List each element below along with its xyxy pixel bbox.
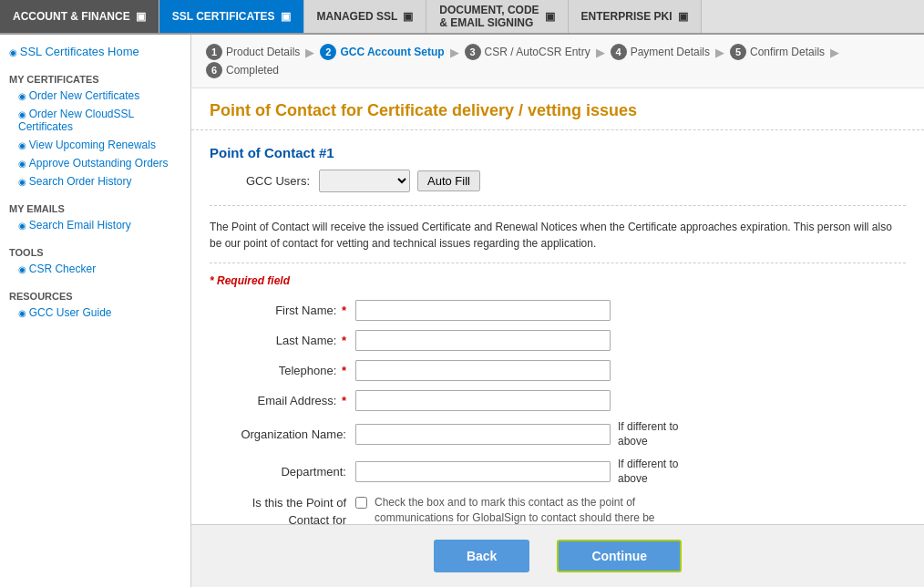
step-3-num: 3 (465, 44, 481, 60)
main-wrapper: 1 Product Details ▶ 2 GCC Account Setup … (191, 35, 924, 587)
top-nav: ACCOUNT & FINANCE ▣ SSL CERTIFICATES ▣ M… (0, 0, 924, 35)
poc-checkbox[interactable] (355, 497, 367, 509)
step-6-num: 6 (206, 62, 222, 78)
nav-account-finance-label: ACCOUNT & FINANCE (13, 10, 130, 23)
poc-checkbox-desc: Check the box and to mark this contact a… (375, 495, 657, 524)
sidebar-order-cloudssl[interactable]: Order New CloudSSL Certificates (0, 105, 190, 136)
poc-checkbox-row: Is this the Point of Contact for communi… (210, 495, 906, 524)
step-1-num: 1 (206, 44, 222, 60)
page-title: Point of Contact for Certificate deliver… (191, 88, 924, 130)
sidebar-search-email[interactable]: Search Email History (0, 216, 190, 234)
telephone-row: Telephone: * (210, 360, 906, 381)
telephone-label: Telephone: * (210, 364, 355, 377)
department-label: Department: (210, 465, 355, 479)
step-sep-4: ▶ (712, 46, 728, 59)
step-6: 6 Completed (206, 62, 279, 78)
sidebar-view-renewals[interactable]: View Upcoming Renewals (0, 136, 190, 154)
gcc-users-label: GCC Users: (210, 174, 319, 188)
continue-button[interactable]: Continue (557, 540, 682, 572)
first-name-label: First Name: * (210, 304, 355, 317)
dept-if-different: If different toabove (618, 458, 679, 486)
first-name-row: First Name: * (210, 300, 906, 321)
section-title: Point of Contact #1 (210, 145, 906, 160)
nav-managed-ssl[interactable]: MANAGED SSL ▣ (304, 0, 427, 33)
sidebar-approve-orders[interactable]: Approve Outstanding Orders (0, 154, 190, 172)
sidebar-search-order[interactable]: Search Order History (0, 172, 190, 191)
step-3-label: CSR / AutoCSR Entry (485, 46, 590, 58)
telephone-req: * (342, 364, 346, 377)
step-2-num: 2 (320, 44, 336, 60)
first-name-req: * (342, 304, 346, 317)
sidebar-order-new[interactable]: Order New Certificates (0, 87, 190, 105)
nav-account-finance-arrow: ▣ (136, 10, 146, 23)
sidebar-ssl-home[interactable]: SSL Certificates Home (0, 42, 190, 61)
nav-doc-code[interactable]: DOCUMENT, CODE& EMAIL SIGNING ▣ (426, 0, 568, 33)
step-4-label: Payment Details (631, 46, 710, 58)
org-name-label: Organization Name: (210, 427, 355, 441)
email-label: Email Address: * (210, 394, 355, 407)
last-name-label: Last Name: * (210, 334, 355, 347)
nav-doc-code-label: DOCUMENT, CODE& EMAIL SIGNING (439, 4, 539, 29)
poc-label: Is this the Point of Contact for communi… (210, 495, 355, 524)
step-3: 3 CSR / AutoCSR Entry (465, 44, 590, 60)
step-4: 4 Payment Details (611, 44, 710, 60)
department-input[interactable] (355, 461, 611, 482)
step-5-label: Confirm Details (750, 46, 825, 58)
nav-enterprise-pki-label: ENTERPRISE PKI (581, 10, 672, 23)
gcc-controls: Auto Fill (319, 170, 480, 192)
poc-checkbox-right: Check the box and to mark this contact a… (355, 495, 657, 524)
last-name-req: * (342, 334, 346, 347)
required-note: * Required field (210, 274, 906, 287)
gcc-users-row: GCC Users: Auto Fill (210, 170, 906, 206)
step-4-num: 4 (611, 44, 627, 60)
nav-enterprise-pki-arrow: ▣ (678, 10, 688, 23)
department-row: Department: If different toabove (210, 458, 906, 486)
sidebar: SSL Certificates Home MY CERTIFICATES Or… (0, 35, 191, 587)
step-1: 1 Product Details (206, 44, 300, 60)
step-2: 2 GCC Account Setup (320, 44, 444, 60)
nav-enterprise-pki[interactable]: ENTERPRISE PKI ▣ (569, 0, 702, 33)
back-button[interactable]: Back (434, 540, 529, 572)
org-if-different: If different toabove (618, 420, 679, 448)
step-2-label: GCC Account Setup (340, 46, 444, 58)
nav-ssl-certificates[interactable]: SSL CERTIFICATES ▣ (159, 0, 304, 33)
step-sep-5: ▶ (826, 46, 843, 59)
email-input[interactable] (355, 390, 611, 411)
email-row: Email Address: * (210, 390, 906, 411)
email-req: * (342, 394, 346, 407)
org-name-input[interactable] (355, 424, 611, 445)
sidebar-section-resources: RESOURCES (0, 285, 190, 304)
nav-ssl-certificates-label: SSL CERTIFICATES (172, 10, 275, 23)
step-6-label: Completed (226, 64, 279, 77)
autofill-button[interactable]: Auto Fill (417, 170, 480, 191)
form-area: Point of Contact #1 GCC Users: Auto Fill… (191, 130, 924, 524)
sidebar-section-emails: MY EMAILS (0, 198, 190, 216)
nav-managed-ssl-label: MANAGED SSL (317, 10, 398, 23)
info-text: The Point of Contact will receive the is… (210, 219, 906, 263)
step-1-label: Product Details (226, 46, 300, 58)
nav-doc-code-arrow: ▣ (545, 10, 555, 23)
step-5: 5 Confirm Details (730, 44, 825, 60)
first-name-input[interactable] (355, 300, 611, 321)
gcc-users-select[interactable] (319, 170, 410, 192)
main-content: 1 Product Details ▶ 2 GCC Account Setup … (191, 35, 924, 524)
sidebar-gcc-guide[interactable]: GCC User Guide (0, 304, 190, 322)
bottom-bar: Back Continue (191, 524, 924, 587)
step-sep-1: ▶ (302, 46, 318, 59)
required-asterisk: * (210, 274, 217, 287)
org-name-row: Organization Name: If different toabove (210, 420, 906, 448)
required-text: Required field (217, 274, 290, 287)
step-sep-2: ▶ (447, 46, 463, 59)
sidebar-section-tools: TOOLS (0, 242, 190, 260)
nav-account-finance[interactable]: ACCOUNT & FINANCE ▣ (0, 0, 159, 33)
last-name-input[interactable] (355, 330, 611, 351)
layout: SSL Certificates Home MY CERTIFICATES Or… (0, 35, 924, 587)
sidebar-section-my-certs: MY CERTIFICATES (0, 68, 190, 87)
step-5-num: 5 (730, 44, 746, 60)
nav-ssl-certificates-arrow: ▣ (281, 10, 291, 23)
nav-managed-ssl-arrow: ▣ (403, 10, 413, 23)
step-sep-3: ▶ (592, 46, 609, 59)
sidebar-csr-checker[interactable]: CSR Checker (0, 260, 190, 278)
telephone-input[interactable] (355, 360, 611, 381)
steps-bar: 1 Product Details ▶ 2 GCC Account Setup … (191, 35, 924, 88)
